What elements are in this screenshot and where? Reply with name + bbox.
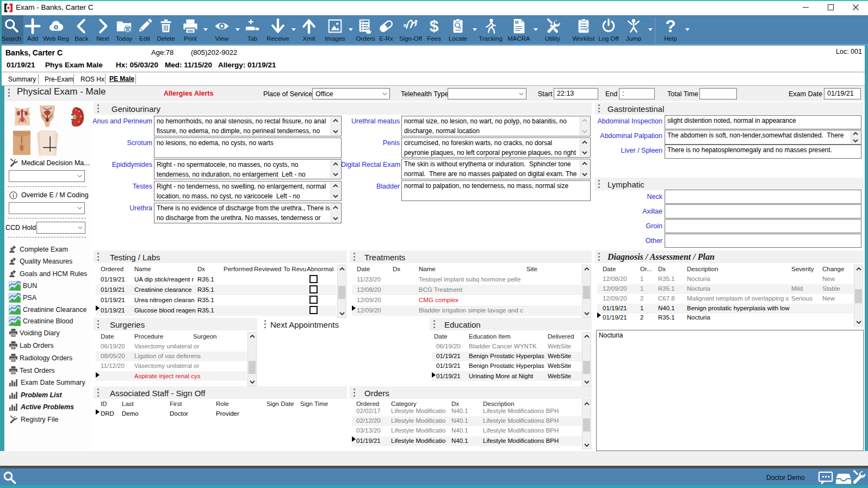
- svg-text:M: M: [515, 20, 519, 25]
- svg-text:?: ?: [665, 18, 675, 34]
- svg-text:$: $: [430, 18, 439, 34]
